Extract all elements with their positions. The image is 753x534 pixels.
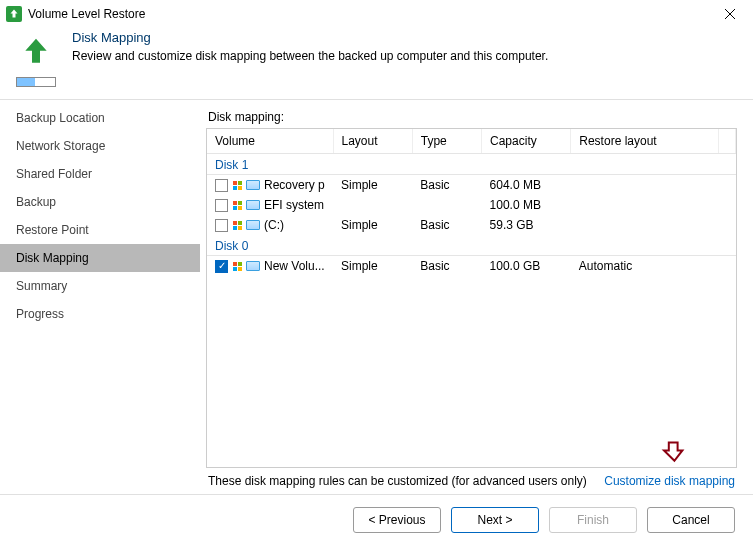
- page-title: Disk Mapping: [72, 30, 548, 45]
- sidebar-item-progress[interactable]: Progress: [0, 300, 200, 328]
- cell-type: Basic: [412, 175, 481, 196]
- cell-type: [412, 195, 481, 215]
- wizard-header: Disk Mapping Review and customize disk m…: [0, 28, 753, 95]
- cell-restore: [571, 195, 719, 215]
- arrow-up-icon: [20, 36, 52, 68]
- cell-capacity: 59.3 GB: [482, 215, 571, 235]
- wizard-buttons: < Previous Next > Finish Cancel: [0, 494, 753, 533]
- progress-indicator: [16, 77, 56, 87]
- sidebar-item-backup[interactable]: Backup: [0, 188, 200, 216]
- sidebar-item-network-storage[interactable]: Network Storage: [0, 132, 200, 160]
- header-icon-block: [16, 30, 56, 87]
- finish-button: Finish: [549, 507, 637, 533]
- volume-name: EFI system ...: [264, 198, 325, 212]
- volume-icon: [246, 200, 260, 210]
- volume-icon: [246, 220, 260, 230]
- sidebar-item-disk-mapping[interactable]: Disk Mapping: [0, 244, 200, 272]
- volume-icon: [246, 261, 260, 271]
- sidebar-item-restore-point[interactable]: Restore Point: [0, 216, 200, 244]
- sidebar: Backup LocationNetwork StorageShared Fol…: [0, 100, 200, 488]
- cell-capacity: 100.0 MB: [482, 195, 571, 215]
- cell-type: Basic: [412, 215, 481, 235]
- customize-link[interactable]: Customize disk mapping: [604, 474, 735, 488]
- footer-note: These disk mapping rules can be customiz…: [206, 468, 737, 488]
- cell-layout: Simple: [333, 175, 412, 196]
- cell-restore: [571, 215, 719, 235]
- page-subtitle: Review and customize disk mapping betwee…: [72, 49, 548, 63]
- row-checkbox[interactable]: [215, 179, 228, 192]
- column-header[interactable]: Restore layout: [571, 129, 719, 154]
- windows-icon: [232, 220, 242, 230]
- cell-restore: [571, 175, 719, 196]
- volume-name: Recovery p...: [264, 178, 325, 192]
- close-button[interactable]: [715, 4, 745, 24]
- titlebar: Volume Level Restore: [0, 0, 753, 28]
- cancel-button[interactable]: Cancel: [647, 507, 735, 533]
- cell-layout: [333, 195, 412, 215]
- main-panel: Disk mapping: VolumeLayoutTypeCapacityRe…: [200, 100, 753, 488]
- sidebar-item-shared-folder[interactable]: Shared Folder: [0, 160, 200, 188]
- windows-icon: [232, 261, 242, 271]
- cell-layout: Simple: [333, 215, 412, 235]
- annotation-arrow: [661, 440, 687, 471]
- row-checkbox[interactable]: ✓: [215, 260, 228, 273]
- app-icon: [6, 6, 22, 22]
- volume-icon: [246, 180, 260, 190]
- disk-group-row[interactable]: Disk 1: [207, 154, 736, 175]
- table-label: Disk mapping:: [208, 110, 737, 124]
- cell-restore: Automatic: [571, 256, 719, 277]
- sidebar-item-summary[interactable]: Summary: [0, 272, 200, 300]
- column-header[interactable]: Volume: [207, 129, 333, 154]
- cell-layout: Simple: [333, 256, 412, 277]
- disk-mapping-table: VolumeLayoutTypeCapacityRestore layout D…: [206, 128, 737, 468]
- volume-name: (C:): [264, 218, 284, 232]
- previous-button[interactable]: < Previous: [353, 507, 441, 533]
- table-row[interactable]: (C:)SimpleBasic59.3 GB: [207, 215, 736, 235]
- disk-group-row[interactable]: Disk 0: [207, 235, 736, 256]
- table-row[interactable]: ✓New Volu...SimpleBasic100.0 GBAutomatic: [207, 256, 736, 277]
- customize-note: These disk mapping rules can be customiz…: [208, 474, 587, 488]
- row-checkbox[interactable]: [215, 199, 228, 212]
- row-checkbox[interactable]: [215, 219, 228, 232]
- cell-capacity: 604.0 MB: [482, 175, 571, 196]
- column-header[interactable]: Capacity: [482, 129, 571, 154]
- cell-capacity: 100.0 GB: [482, 256, 571, 277]
- table-row[interactable]: Recovery p...SimpleBasic604.0 MB: [207, 175, 736, 196]
- volume-name: New Volu...: [264, 259, 325, 273]
- arrow-up-icon: [8, 8, 20, 20]
- windows-icon: [232, 180, 242, 190]
- cell-type: Basic: [412, 256, 481, 277]
- table-row[interactable]: EFI system ...100.0 MB: [207, 195, 736, 215]
- close-icon: [724, 8, 736, 20]
- column-header[interactable]: Type: [412, 129, 481, 154]
- column-header[interactable]: Layout: [333, 129, 412, 154]
- next-button[interactable]: Next >: [451, 507, 539, 533]
- sidebar-item-backup-location[interactable]: Backup Location: [0, 104, 200, 132]
- window-title: Volume Level Restore: [28, 7, 145, 21]
- windows-icon: [232, 200, 242, 210]
